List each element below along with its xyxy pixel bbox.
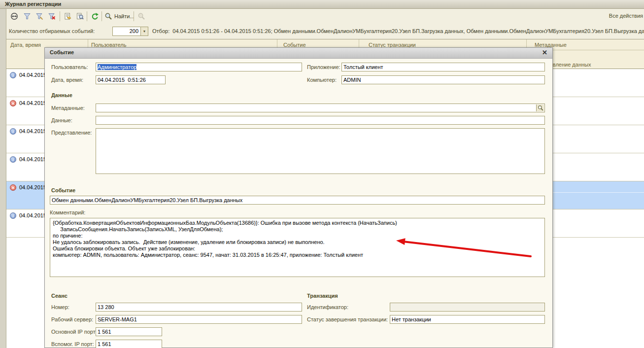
view-field[interactable] (96, 128, 545, 174)
table-row[interactable]: ✕ 04.04.2015 (6, 97, 44, 125)
toolbar-separator (87, 11, 87, 21)
table-row[interactable] (553, 153, 644, 181)
data-label: Данные: (51, 117, 72, 123)
filter-by-value-icon (35, 12, 43, 20)
table-row[interactable] (553, 209, 644, 238)
main-ip-port-label: Основной IP порт: (51, 329, 97, 335)
clear-filter-icon (48, 12, 56, 20)
row-date: 04.04.2015 (19, 100, 46, 106)
event-dialog: Событие ✕ Пользователь: Администратор Пр… (44, 47, 553, 348)
interval-icon (10, 12, 18, 20)
interval-button[interactable] (9, 11, 20, 22)
application-field[interactable]: Толстый клиент (341, 63, 545, 71)
window-title: Журнал регистрации (5, 1, 61, 7)
table-row[interactable]: i 04.04.2015 (6, 125, 44, 153)
view-label: Представление: (51, 130, 92, 136)
event-dialog-titlebar[interactable]: Событие ✕ (45, 48, 552, 59)
transaction-id-field[interactable] (390, 303, 545, 312)
application-label: Приложение: (307, 64, 340, 70)
find-button-label: Найти... (114, 13, 135, 19)
comment-label: Комментарий: (50, 209, 85, 215)
row-date: 04.04.2015 (19, 212, 46, 218)
table-row[interactable]: i 04.04.2015 (6, 153, 44, 181)
event-section-title: Событие (51, 187, 75, 193)
view-event-data-button[interactable] (74, 11, 85, 22)
main-ip-port-field[interactable]: 1 561 (96, 327, 162, 336)
filter-by-value-button[interactable] (34, 11, 45, 22)
metadata-field[interactable] (96, 104, 545, 112)
toolbar-separator (134, 11, 134, 21)
info-icon: i (10, 212, 16, 219)
window-left-border (0, 9, 6, 348)
computer-label: Компьютер: (307, 77, 337, 83)
find-icon (104, 12, 112, 20)
table-row[interactable] (553, 125, 644, 153)
aux-ip-port-label: Вспомог. IP порт: (51, 341, 94, 347)
working-server-field[interactable]: SERVER-MAG1 (96, 315, 302, 324)
aux-ip-port-field[interactable]: 1 561 (96, 340, 162, 348)
datetime-label: Дата, время: (51, 77, 83, 83)
toolbar-separator (60, 11, 60, 21)
refresh-icon (91, 12, 99, 20)
events-table-date-column: i 04.04.2015 ✕ 04.04.2015 i 04.04.2015 i… (6, 69, 44, 238)
event-count-dropdown-button[interactable]: ▼ (141, 27, 148, 36)
row-date: 04.04.2015 (19, 128, 46, 134)
comment-line: {Обработка.КонвертацияОбъектовИнформацио… (53, 220, 542, 226)
row-date: 04.04.2015 (19, 72, 46, 78)
working-server-label: Рабочий сервер: (51, 316, 93, 322)
events-table-metadata-column (553, 69, 644, 238)
computer-field[interactable]: ADMIN (341, 75, 545, 84)
filter-selection-text: Отбор: 04.04.2015 0:51:26 - 04.04.2015 0… (152, 28, 644, 34)
event-count-input[interactable]: 200 (112, 27, 141, 36)
data-section-title: Данные (51, 92, 72, 98)
event-dialog-title: Событие (50, 49, 74, 55)
event-field[interactable]: Обмен данными.ОбменДалионУМБухгалтерия20… (50, 196, 545, 205)
row-date: 04.04.2015 (19, 184, 46, 190)
toolbar-separator (102, 11, 102, 21)
column-header-datetime[interactable]: Дата, время (10, 42, 41, 48)
set-filter-button[interactable] (22, 11, 33, 22)
user-field[interactable]: Администратор (96, 63, 302, 71)
session-number-field[interactable]: 13 280 (96, 303, 302, 312)
row-date: 04.04.2015 (19, 156, 46, 162)
event-log-window: Журнал регистрации (0, 0, 644, 348)
table-row[interactable]: i 04.04.2015 (6, 69, 44, 97)
metadata-search-button[interactable] (536, 104, 544, 111)
event-count-label: Количество отбираемых событий: (9, 28, 95, 34)
session-section-title: Сеанс (51, 293, 68, 299)
open-event-icon (64, 12, 71, 20)
table-row[interactable] (553, 69, 644, 97)
transaction-id-label: Идентификатор: (307, 304, 348, 310)
window-titlebar: Журнал регистрации (0, 0, 644, 9)
data-field[interactable] (96, 116, 545, 125)
toolbar: Найти... Все действия (6, 9, 644, 24)
search-icon (538, 105, 543, 111)
transaction-status-field[interactable]: Нет транзакции (390, 315, 545, 324)
datetime-field[interactable]: 04.04.2015 0:51:26 (96, 75, 166, 84)
metadata-label: Метаданные: (51, 105, 85, 111)
set-filter-icon (23, 12, 31, 20)
session-number-label: Номер: (51, 304, 69, 310)
refresh-button[interactable] (89, 11, 100, 22)
annotation-arrow (389, 232, 537, 266)
error-icon: ✕ (10, 100, 16, 106)
table-row-selected[interactable] (553, 181, 644, 209)
clear-filter-button[interactable] (46, 11, 57, 22)
transaction-section-title: Транзакция (307, 293, 338, 299)
table-row[interactable]: i 04.04.2015 (6, 209, 44, 238)
error-icon: ✕ (10, 184, 16, 191)
table-row-selected[interactable]: ✕ 04.04.2015 (6, 181, 44, 209)
open-event-button[interactable] (62, 11, 73, 22)
find-button[interactable]: Найти... (104, 11, 135, 22)
view-event-data-icon (76, 12, 84, 20)
info-icon: i (10, 72, 16, 78)
clear-find-icon (137, 12, 145, 20)
info-icon: i (10, 128, 16, 135)
close-icon[interactable]: ✕ (542, 49, 547, 56)
table-row[interactable] (553, 97, 644, 125)
filter-row: Количество отбираемых событий: 200 ▼ Отб… (6, 24, 644, 39)
all-actions-button[interactable]: Все действия (609, 13, 643, 19)
info-icon: i (10, 156, 16, 163)
clear-find-button (136, 11, 147, 22)
user-label: Пользователь: (51, 64, 88, 70)
